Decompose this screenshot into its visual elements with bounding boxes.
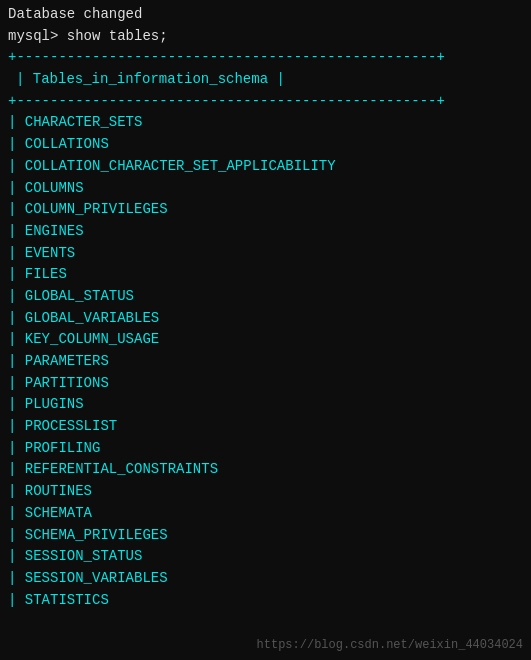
table-row: | EVENTS	[0, 243, 531, 265]
table-row: | CHARACTER_SETS	[0, 112, 531, 134]
table-row: | REFERENTIAL_CONSTRAINTS	[0, 459, 531, 481]
table-row: | PARTITIONS	[0, 373, 531, 395]
table-row: | FILES	[0, 264, 531, 286]
table-row: | ENGINES	[0, 221, 531, 243]
table-row: | SESSION_STATUS	[0, 546, 531, 568]
table-row: | KEY_COLUMN_USAGE	[0, 329, 531, 351]
divider-mid: +---------------------------------------…	[0, 91, 531, 113]
table-header: | Tables_in_information_schema |	[0, 69, 531, 91]
watermark: https://blog.csdn.net/weixin_44034024	[257, 638, 523, 652]
table-row: | COLLATION_CHARACTER_SET_APPLICABILITY	[0, 156, 531, 178]
table-row: | STATISTICS	[0, 590, 531, 612]
table-row: | SCHEMA_PRIVILEGES	[0, 525, 531, 547]
table-row: | PARAMETERS	[0, 351, 531, 373]
table-row: | PLUGINS	[0, 394, 531, 416]
table-row: | SESSION_VARIABLES	[0, 568, 531, 590]
table-row: | COLUMN_PRIVILEGES	[0, 199, 531, 221]
table-row: | GLOBAL_VARIABLES	[0, 308, 531, 330]
mysql-prompt-line: mysql> show tables;	[0, 26, 531, 48]
table-row: | COLUMNS	[0, 178, 531, 200]
table-rows: | CHARACTER_SETS| COLLATIONS| COLLATION_…	[0, 112, 531, 611]
table-row: | PROCESSLIST	[0, 416, 531, 438]
table-row: | ROUTINES	[0, 481, 531, 503]
db-changed-line: Database changed	[0, 4, 531, 26]
table-row: | SCHEMATA	[0, 503, 531, 525]
terminal-window: Database changed mysql> show tables; +--…	[0, 0, 531, 660]
divider-top: +---------------------------------------…	[0, 47, 531, 69]
table-row: | COLLATIONS	[0, 134, 531, 156]
table-row: | PROFILING	[0, 438, 531, 460]
table-row: | GLOBAL_STATUS	[0, 286, 531, 308]
